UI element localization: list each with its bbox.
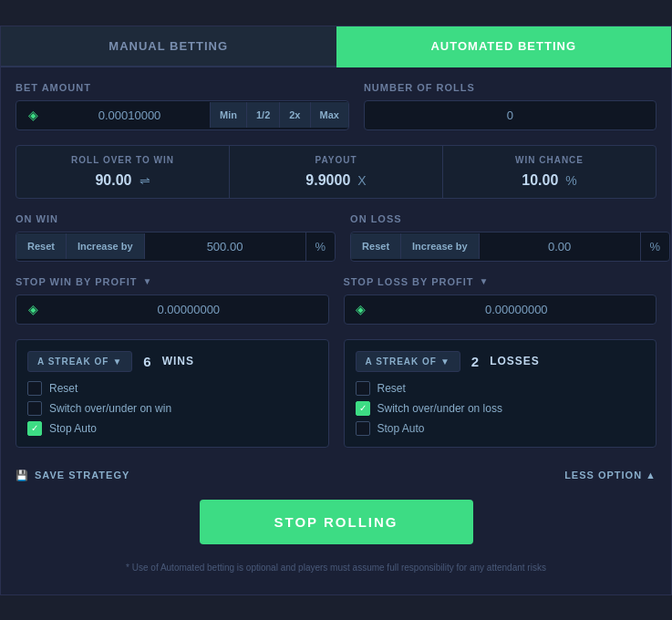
stop-loss-col: STOP LOSS BY PROFIT ▼ ◈ [344,276,657,325]
streak-loss-count: 2 [468,354,482,369]
on-loss-label: ON LOSS [350,213,670,224]
streak-loss-stop-checkbox[interactable] [356,421,370,436]
on-win-label: ON WIN [16,213,336,224]
stop-win-label: STOP WIN BY PROFIT [16,276,138,287]
on-loss-reset-btn[interactable]: Reset [351,233,401,259]
win-chance-label: WIN CHANCE [458,155,641,165]
rolls-col: NUMBER OF ROLLS [364,82,656,130]
roll-over-label: ROLL OVER TO WIN [31,155,214,165]
payout-row: ROLL OVER TO WIN 90.00 ⇌ PAYOUT 9.9000 X… [16,145,656,199]
streak-loss-header: A STREAK OF ▼ 2 LOSSES [356,351,646,372]
streak-win-chevron-icon: ▼ [112,356,122,367]
win-chance-section: WIN CHANCE 10.00 % [443,146,656,198]
stop-loss-currency-icon: ◈ [345,302,377,316]
bet-amount-input-group: ◈ Min 1/2 2x Max [16,100,349,130]
stop-win-dropdown[interactable]: STOP WIN BY PROFIT ▼ [16,276,329,287]
stop-loss-dropdown[interactable]: STOP LOSS BY PROFIT ▼ [344,276,657,287]
stop-loss-chevron-icon: ▼ [480,276,490,286]
on-loss-pct: % [640,232,670,261]
streak-win-reset-checkbox[interactable] [27,381,42,396]
disclaimer-text: * Use of Automated betting is optional a… [16,555,656,580]
on-loss-controls: Reset Increase by % [350,232,670,262]
streak-win-count: 6 [140,354,154,369]
save-strategy-btn[interactable]: 💾 SAVE STRATEGY [16,470,129,481]
stop-loss-field[interactable] [377,295,656,324]
bet-amount-col: BET AMOUNT ◈ Min 1/2 2x Max [16,82,349,130]
stop-rolling-button[interactable]: STOP ROLLING [200,500,473,544]
stop-loss-input-group: ◈ [344,294,657,325]
streak-win-switch-checkbox[interactable] [27,401,42,416]
stop-loss-label: STOP LOSS BY PROFIT [344,276,474,287]
bet-currency-icon: ◈ [16,108,49,122]
streak-win-stop-checkbox[interactable] [27,421,42,436]
win-chance-pct-icon[interactable]: % [565,173,576,188]
on-win-increase-btn[interactable]: Increase by [67,233,145,259]
streak-loss-option-1: Switch over/under on loss [356,401,646,416]
roll-over-section: ROLL OVER TO WIN 90.00 ⇌ [16,146,230,198]
streak-loss-label[interactable]: A STREAK OF ▼ [356,351,460,372]
rolls-label: NUMBER OF ROLLS [364,82,656,93]
bet-number-row: BET AMOUNT ◈ Min 1/2 2x Max NUMBER OF RO… [16,82,656,130]
stop-row: STOP WIN BY PROFIT ▼ ◈ STOP LOSS BY PROF… [16,276,656,325]
rolls-field[interactable] [365,101,656,129]
on-win-reset-btn[interactable]: Reset [16,233,67,259]
payout-section: PAYOUT 9.9000 X [230,146,443,198]
on-win-pct: % [305,232,336,261]
tab-manual[interactable]: MANUAL BETTING [1,26,336,67]
roll-over-switch-icon[interactable]: ⇌ [140,173,150,188]
streak-loss-option-0: Reset [356,381,646,396]
less-option-chevron-icon: ▲ [646,470,656,480]
streak-loss-reset-label: Reset [377,382,406,395]
on-win-value-field[interactable] [145,232,305,261]
streak-win-type: WINS [162,355,194,367]
app-container: MANUAL BETTING AUTOMATED BETTING BET AMO… [0,26,672,595]
stop-win-field[interactable] [49,295,328,324]
save-icon: 💾 [16,470,29,481]
stop-win-input-group: ◈ [16,294,329,325]
roll-over-value-row: 90.00 ⇌ [31,172,214,189]
payout-x-icon[interactable]: X [357,173,366,188]
stop-win-chevron-icon: ▼ [143,276,153,286]
streak-loss-options: Reset Switch over/under on loss Stop Aut… [356,381,646,436]
streak-loss-chevron-icon: ▼ [440,356,450,367]
bet-half-btn[interactable]: 1/2 [246,102,279,128]
streak-win-stop-label: Stop Auto [49,422,97,435]
streak-loss-col: A STREAK OF ▼ 2 LOSSES Reset Switch over… [344,339,657,448]
streak-row: A STREAK OF ▼ 6 WINS Reset Switch over/u… [16,339,656,448]
bet-amount-field[interactable] [49,101,210,129]
payout-value-row: 9.9000 X [244,172,428,189]
less-option-btn[interactable]: LESS OPTION ▲ [564,470,656,480]
bet-2x-btn[interactable]: 2x [279,102,309,128]
streak-loss-stop-label: Stop Auto [377,422,425,435]
roll-over-value: 90.00 [95,172,131,189]
on-loss-value-field[interactable] [480,232,640,261]
streak-loss-type: LOSSES [490,355,540,367]
bottom-bar: 💾 SAVE STRATEGY LESS OPTION ▲ [16,462,656,489]
on-win-col: ON WIN Reset Increase by % [16,213,336,262]
streak-win-label[interactable]: A STREAK OF ▼ [27,351,132,372]
tab-automated[interactable]: AUTOMATED BETTING [336,26,672,67]
bet-amount-label: BET AMOUNT [16,82,349,93]
win-loss-row: ON WIN Reset Increase by % ON LOSS Reset… [16,213,656,262]
on-win-controls: Reset Increase by % [16,232,336,262]
streak-loss-reset-checkbox[interactable] [356,381,370,396]
payout-label: PAYOUT [244,155,428,165]
win-chance-value: 10.00 [522,172,558,189]
on-loss-increase-btn[interactable]: Increase by [401,233,480,259]
stop-win-col: STOP WIN BY PROFIT ▼ ◈ [16,276,329,325]
streak-loss-switch-checkbox[interactable] [356,401,370,416]
rolls-input-group [364,100,656,130]
bet-max-btn[interactable]: Max [310,102,348,128]
stop-win-currency-icon: ◈ [16,302,49,316]
payout-value: 9.9000 [305,172,350,189]
streak-win-option-0: Reset [27,381,317,396]
streak-win-option-1: Switch over/under on win [27,401,317,416]
streak-win-options: Reset Switch over/under on win Stop Auto [27,381,317,436]
on-loss-col: ON LOSS Reset Increase by % [350,213,670,262]
tabs: MANUAL BETTING AUTOMATED BETTING [1,26,671,67]
streak-win-col: A STREAK OF ▼ 6 WINS Reset Switch over/u… [16,339,329,448]
streak-win-switch-label: Switch over/under on win [49,402,171,415]
streak-loss-option-2: Stop Auto [356,421,646,436]
win-chance-value-row: 10.00 % [458,172,641,189]
bet-min-btn[interactable]: Min [210,102,246,128]
